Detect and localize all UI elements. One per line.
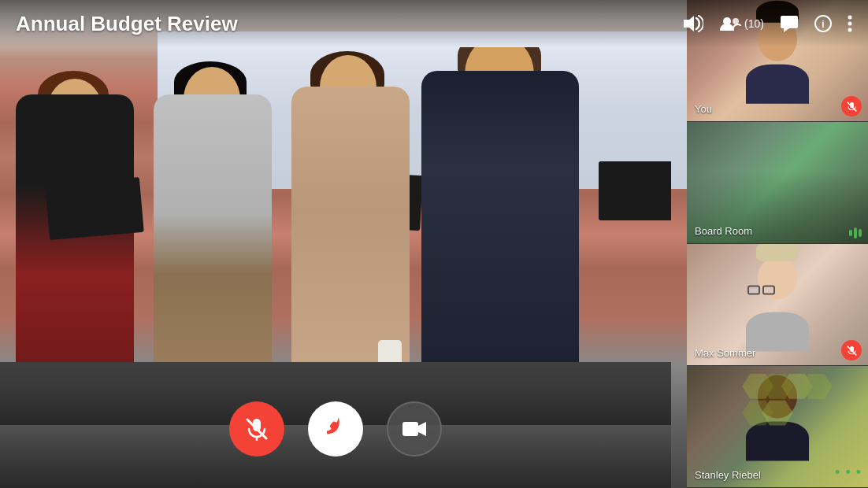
glass-left bbox=[747, 286, 760, 295]
person-2 bbox=[146, 55, 280, 394]
p4-body bbox=[421, 71, 579, 394]
max-glasses bbox=[747, 286, 811, 295]
boardroom-audio-icon bbox=[849, 227, 862, 238]
tile-boardroom[interactable]: Board Room bbox=[687, 122, 868, 244]
sidebar: You Board Room bbox=[687, 0, 868, 488]
participants-button[interactable]: (10) bbox=[719, 16, 764, 31]
meeting-title: Annual Budget Review bbox=[16, 12, 683, 36]
tile-max-sommer[interactable]: Max Sommer bbox=[687, 244, 868, 366]
svg-point-7 bbox=[848, 16, 852, 20]
laptop-3 bbox=[599, 161, 671, 220]
audio-bar-2 bbox=[854, 227, 857, 238]
max-label: Max Sommer bbox=[695, 347, 755, 359]
participants-count: (10) bbox=[744, 17, 764, 30]
controls-bar bbox=[0, 401, 671, 457]
chat-button[interactable] bbox=[780, 15, 799, 32]
svg-point-2 bbox=[733, 18, 739, 24]
boardroom-label: Board Room bbox=[695, 225, 752, 237]
svg-point-9 bbox=[848, 28, 852, 32]
you-label: You bbox=[695, 103, 712, 115]
header-icons: (10) i bbox=[683, 15, 852, 32]
you-mute-icon bbox=[841, 96, 862, 116]
hangup-button[interactable] bbox=[308, 401, 363, 457]
glass-right bbox=[762, 286, 775, 295]
stanley-label: Stanley Riebel bbox=[695, 469, 761, 481]
you-body bbox=[746, 65, 809, 104]
svg-rect-13 bbox=[402, 422, 418, 436]
camera-button[interactable] bbox=[387, 401, 442, 457]
audio-bar-1 bbox=[849, 230, 852, 236]
p1-body bbox=[16, 94, 134, 394]
audio-bar-3 bbox=[859, 229, 862, 237]
svg-marker-14 bbox=[418, 422, 426, 436]
svg-text:i: i bbox=[822, 19, 824, 30]
tile-stanley-riebel[interactable]: Stanley Riebel • • • bbox=[687, 366, 868, 488]
person-4 bbox=[421, 47, 579, 394]
header-bar: Annual Budget Review (10) bbox=[0, 0, 868, 47]
laptop-1 bbox=[45, 177, 144, 240]
svg-marker-4 bbox=[784, 28, 789, 32]
stanley-dots-icon: • • • bbox=[835, 464, 862, 481]
max-face bbox=[746, 244, 809, 352]
p2-body bbox=[154, 94, 272, 394]
max-body bbox=[746, 312, 809, 352]
info-button[interactable]: i bbox=[814, 15, 832, 32]
max-mute-icon bbox=[841, 340, 862, 360]
max-hair bbox=[756, 244, 799, 261]
mute-button[interactable] bbox=[229, 401, 284, 457]
person-1 bbox=[16, 63, 142, 394]
svg-point-8 bbox=[848, 22, 852, 26]
scene-people bbox=[0, 47, 671, 425]
volume-button[interactable] bbox=[683, 15, 703, 32]
more-button[interactable] bbox=[848, 15, 852, 32]
svg-marker-0 bbox=[684, 16, 694, 31]
svg-rect-3 bbox=[781, 16, 798, 28]
